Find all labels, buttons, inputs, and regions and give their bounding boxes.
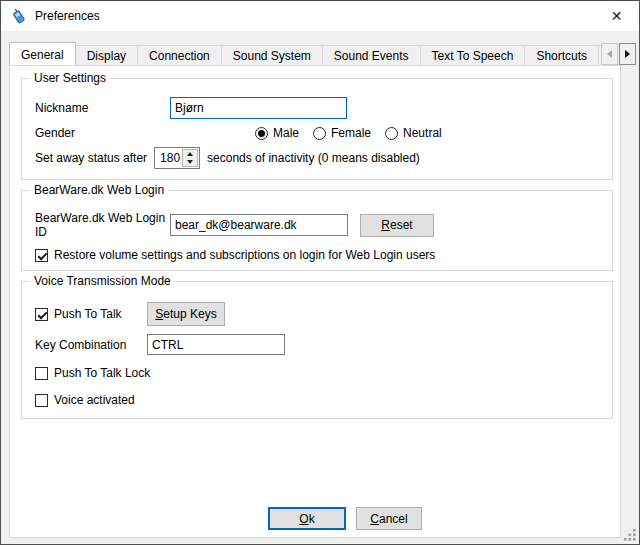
tab-scroll-left-button[interactable] [601,43,618,65]
gender-label: Gender [35,126,170,140]
push-to-talk-lock-label: Push To Talk Lock [54,366,150,380]
titlebar[interactable]: Preferences ✕ [1,1,639,31]
teamtalk-icon [10,8,27,25]
window-title: Preferences [35,9,100,23]
spinner-up-button[interactable] [183,150,197,158]
group-voice-transmission-title: Voice Transmission Mode [30,274,175,288]
tab-scroll-right-button[interactable] [619,43,636,65]
tab-connection[interactable]: Connection [137,45,222,65]
tab-general[interactable]: General [9,42,76,65]
weblogin-id-input[interactable] [170,214,348,236]
close-button[interactable]: ✕ [594,1,639,31]
push-to-talk-lock-checkbox[interactable]: Push To Talk Lock [35,363,604,383]
tab-scroll-left-icon [607,50,612,58]
push-to-talk-label: Push To Talk [54,307,122,321]
group-web-login-title: BearWare.dk Web Login [30,183,168,197]
away-suffix: seconds of inactivity (0 means disabled) [207,151,420,165]
push-to-talk-lock-checkbox-icon [35,367,48,380]
tab-pane-general: User Settings Nickname Gender Male Femal… [9,65,621,538]
tab-text-to-speech[interactable]: Text To Speech [420,45,526,65]
away-label: Set away status after [35,151,147,165]
tab-shortcuts[interactable]: Shortcuts [524,45,599,65]
tab-sound-system[interactable]: Sound System [221,45,323,65]
tab-scroll-right-icon [625,50,630,58]
dialog-buttons: Ok Cancel [49,507,640,532]
restore-checkbox-label: Restore volume settings and subscription… [54,248,435,262]
tabs-viewport: General Display Connection Sound System … [9,42,601,65]
spinner-down-icon [187,160,193,164]
nickname-label: Nickname [35,101,170,115]
gender-radio-group: Male Female Neutral [255,126,442,140]
tab-sound-events[interactable]: Sound Events [322,45,421,65]
radio-male[interactable]: Male [255,126,299,140]
spinner-down-button[interactable] [183,158,197,166]
away-spinner-value: 180 [155,148,181,168]
reset-button[interactable]: Reset [360,214,434,237]
restore-checkbox-icon [35,249,48,262]
setup-keys-button[interactable]: Setup Keys [147,302,225,326]
tab-bar: General Display Connection Sound System … [9,42,636,65]
ok-button[interactable]: Ok [268,507,346,530]
push-to-talk-checkbox[interactable]: Push To Talk [35,307,147,321]
group-user-settings-title: User Settings [30,71,110,85]
away-spinner[interactable]: 180 [154,147,200,169]
voice-activated-checkbox[interactable]: Voice activated [35,390,604,410]
group-voice-transmission: Voice Transmission Mode Push To Talk Set… [21,281,613,419]
radio-neutral-icon [385,127,398,140]
restore-checkbox[interactable]: Restore volume settings and subscription… [35,245,604,265]
push-to-talk-checkbox-icon [35,308,48,321]
spinner-up-icon [187,152,193,156]
voice-activated-checkbox-icon [35,394,48,407]
group-user-settings: User Settings Nickname Gender Male Femal… [21,78,613,180]
preferences-window: Preferences ✕ General Display Connection… [0,0,640,545]
weblogin-id-label: BearWare.dk Web Login ID [35,211,170,239]
group-web-login: BearWare.dk Web Login BearWare.dk Web Lo… [21,190,613,271]
tab-display[interactable]: Display [75,45,138,65]
radio-female-icon [313,127,326,140]
radio-female[interactable]: Female [313,126,371,140]
key-combination-label: Key Combination [35,338,147,352]
radio-neutral[interactable]: Neutral [385,126,442,140]
cancel-button[interactable]: Cancel [356,507,422,530]
nickname-input[interactable] [170,97,347,119]
close-icon: ✕ [611,8,623,24]
voice-activated-label: Voice activated [54,393,135,407]
radio-male-icon [255,127,268,140]
key-combination-input[interactable] [147,334,285,355]
away-spinner-buttons [182,149,198,167]
